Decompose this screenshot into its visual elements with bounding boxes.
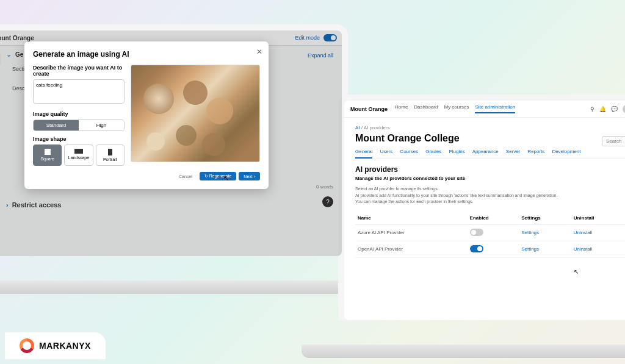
modal-actions: Cancel ↻ Regenerate Next › bbox=[33, 172, 260, 180]
close-icon[interactable]: ✕ bbox=[256, 48, 262, 56]
providers-table: Name Enabled Settings Uninstall Azure AI… bbox=[355, 212, 625, 258]
logo-badge: MARKANYX bbox=[5, 332, 106, 359]
primary-nav: Home Dashboard My courses Site administr… bbox=[395, 104, 515, 113]
regenerate-button[interactable]: ↻ Regenerate bbox=[200, 172, 237, 180]
topbar: Mount Orange Home Dashboard My courses S… bbox=[344, 101, 625, 118]
site-name: Mount Orange bbox=[350, 106, 388, 112]
screen-left: Mount Orange Edit mode ☰ Expand all ⌄ Ge… bbox=[0, 30, 342, 256]
page-title: Mount Orange College bbox=[355, 133, 625, 144]
landscape-icon bbox=[74, 149, 83, 154]
th-settings: Settings bbox=[519, 212, 571, 225]
cancel-button[interactable]: Cancel bbox=[174, 172, 197, 180]
enabled-toggle[interactable] bbox=[470, 229, 483, 236]
search-icon[interactable]: ⚲ bbox=[590, 106, 594, 112]
shape-square-button[interactable]: Square bbox=[33, 145, 62, 166]
shape-options: Square Landscape Portrait bbox=[33, 145, 125, 166]
tab-general[interactable]: General bbox=[355, 149, 372, 159]
tab-appearance[interactable]: Appearance bbox=[472, 149, 499, 155]
chat-icon[interactable]: 💬 bbox=[611, 106, 618, 112]
nav-dashboard[interactable]: Dashboard bbox=[414, 104, 438, 113]
uninstall-link[interactable]: Uninstall bbox=[574, 230, 593, 235]
logo-text: MARKANYX bbox=[39, 341, 91, 351]
breadcrumb-current: AI providers bbox=[364, 125, 390, 130]
shape-portrait-label: Portrait bbox=[103, 157, 117, 162]
next-button[interactable]: Next › bbox=[239, 172, 260, 180]
cursor-icon: ↖ bbox=[574, 268, 579, 275]
admin-subtabs: General Users Courses Grades Plugins App… bbox=[355, 149, 625, 159]
nav-site-admin[interactable]: Site administration bbox=[475, 104, 515, 113]
desc-line-1: Select an AI provider to manage its sett… bbox=[355, 186, 625, 193]
section-title: AI providers bbox=[355, 165, 625, 174]
uninstall-link[interactable]: Uninstall bbox=[574, 246, 593, 252]
settings-link[interactable]: Settings bbox=[521, 230, 539, 235]
ai-image-modal: Generate an image using AI ✕ Describe th… bbox=[24, 41, 269, 189]
nav-home[interactable]: Home bbox=[395, 104, 408, 113]
modal-body: Describe the image you want AI to create… bbox=[33, 65, 260, 166]
settings-link[interactable]: Settings bbox=[521, 246, 539, 252]
modal-title: Generate an image using AI bbox=[33, 50, 260, 59]
tab-plugins[interactable]: Plugins bbox=[449, 149, 464, 155]
shape-landscape-label: Landscape bbox=[68, 155, 89, 160]
th-name: Name bbox=[355, 212, 468, 225]
breadcrumb: AI / AI providers bbox=[355, 125, 625, 130]
shape-square-label: Square bbox=[40, 157, 54, 161]
desc-line-3: You can manage the actions for each prov… bbox=[355, 199, 625, 205]
enabled-toggle[interactable] bbox=[470, 245, 483, 252]
laptop-base bbox=[302, 344, 625, 358]
modal-controls: Describe the image you want AI to create… bbox=[33, 65, 125, 166]
section-subtitle: Manage the AI providers connected to you… bbox=[355, 176, 625, 181]
th-uninstall: Uninstall bbox=[571, 212, 625, 225]
shape-landscape-button[interactable]: Landscape bbox=[64, 145, 93, 166]
avatar[interactable] bbox=[623, 105, 625, 113]
section-description: Select an AI provider to manage its sett… bbox=[355, 186, 625, 205]
describe-label: Describe the image you want AI to create bbox=[33, 65, 125, 77]
describe-input[interactable] bbox=[33, 79, 125, 104]
provider-name: Azure AI API Provider bbox=[355, 224, 468, 241]
desc-line-2: AI providers add AI functionality to you… bbox=[355, 193, 625, 199]
logo-icon bbox=[20, 338, 34, 353]
topbar-icons: ⚲ 🔔 💬 bbox=[590, 105, 625, 113]
provider-name: OpenAI API Provider bbox=[355, 241, 468, 257]
tab-grades[interactable]: Grades bbox=[425, 149, 441, 155]
quality-high-button[interactable]: High bbox=[79, 120, 124, 130]
tab-server[interactable]: Server bbox=[506, 149, 521, 155]
bell-icon[interactable]: 🔔 bbox=[599, 106, 606, 112]
tab-reports[interactable]: Reports bbox=[527, 149, 544, 155]
laptop-right: Mount Orange Home Dashboard My courses S… bbox=[338, 95, 625, 320]
quality-segmented: Standard High bbox=[33, 120, 125, 131]
shape-portrait-button[interactable]: Portrait bbox=[96, 145, 125, 166]
tab-development[interactable]: Development bbox=[552, 149, 580, 155]
tab-courses[interactable]: Courses bbox=[400, 149, 418, 155]
nav-my-courses[interactable]: My courses bbox=[444, 104, 469, 113]
tab-users[interactable]: Users bbox=[380, 149, 392, 155]
search-input[interactable] bbox=[602, 136, 625, 146]
image-preview bbox=[131, 65, 260, 162]
table-row: OpenAI API Provider Settings Uninstall bbox=[355, 241, 625, 257]
laptop-left: Mount Orange Edit mode ☰ Expand all ⌄ Ge… bbox=[0, 24, 348, 256]
table-row: Azure AI API Provider Settings Uninstall bbox=[355, 224, 625, 241]
quality-standard-button[interactable]: Standard bbox=[34, 120, 79, 130]
th-enabled: Enabled bbox=[468, 212, 519, 225]
laptop-base bbox=[0, 280, 366, 294]
square-icon bbox=[45, 149, 51, 155]
screen-right: Mount Orange Home Dashboard My courses S… bbox=[344, 101, 625, 320]
portrait-icon bbox=[108, 149, 112, 155]
content: AI / AI providers Mount Orange College G… bbox=[344, 118, 625, 265]
breadcrumb-ai[interactable]: AI bbox=[355, 125, 360, 130]
shape-label: Image shape bbox=[33, 136, 125, 142]
quality-label: Image quality bbox=[33, 111, 125, 117]
